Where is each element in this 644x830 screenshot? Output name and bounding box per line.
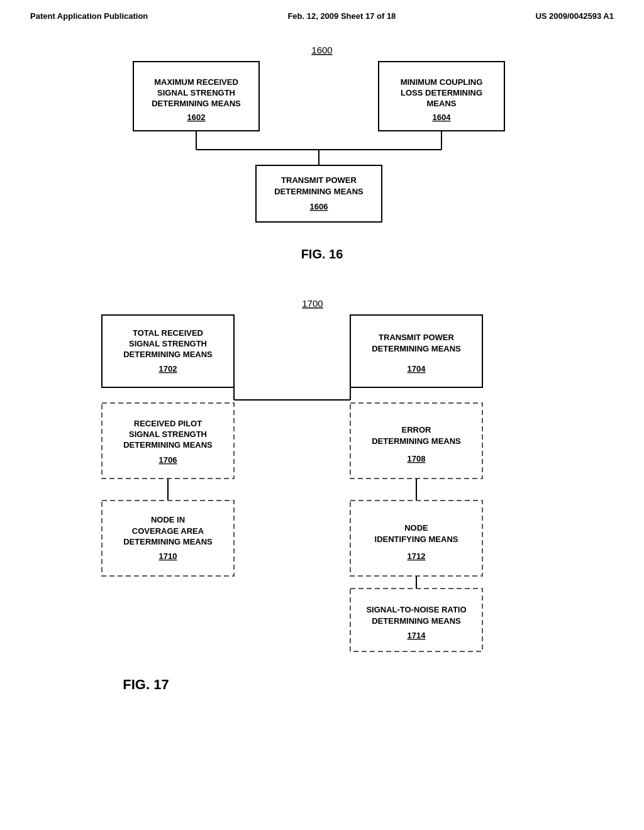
svg-text:DETERMINING MEANS: DETERMINING MEANS (123, 350, 213, 359)
fig16-container: 1600 MAXIMUM RECEIVED SIGNAL STRENGTH DE… (38, 40, 606, 262)
svg-text:IDENTIFYING MEANS: IDENTIFYING MEANS (375, 534, 458, 544)
header-right: US 2009/0042593 A1 (535, 11, 614, 21)
fig17-top-label: 1700 (302, 298, 323, 309)
fig16-top-label: 1600 (311, 45, 332, 55)
fig17-caption-label: FIG. 17 (123, 677, 169, 692)
fig17-container: 1700 TOTAL RECEIVED SIGNAL STRENGTH DETE… (38, 293, 606, 721)
svg-text:1604: 1604 (433, 113, 452, 122)
svg-text:1702: 1702 (159, 364, 177, 374)
svg-text:DETERMINING MEANS: DETERMINING MEANS (372, 616, 461, 626)
svg-text:TRANSMIT POWER: TRANSMIT POWER (379, 333, 454, 342)
svg-text:1606: 1606 (310, 202, 328, 211)
svg-text:DETERMINING MEANS: DETERMINING MEANS (372, 436, 461, 446)
svg-text:ERROR: ERROR (402, 425, 432, 434)
svg-text:1706: 1706 (159, 455, 177, 465)
svg-text:1708: 1708 (408, 454, 426, 463)
svg-text:1602: 1602 (187, 113, 206, 122)
header-middle: Feb. 12, 2009 Sheet 17 of 18 (287, 11, 396, 21)
svg-text:SIGNAL STRENGTH: SIGNAL STRENGTH (157, 88, 235, 97)
svg-text:DETERMINING MEANS: DETERMINING MEANS (152, 99, 241, 108)
svg-text:NODE IN: NODE IN (151, 515, 185, 524)
svg-text:COVERAGE AREA: COVERAGE AREA (132, 526, 204, 536)
svg-text:MINIMUM COUPLING: MINIMUM COUPLING (401, 77, 483, 87)
svg-text:MEANS: MEANS (427, 99, 457, 108)
svg-text:1710: 1710 (159, 551, 177, 561)
svg-text:NODE: NODE (404, 523, 428, 533)
page-header: Patent Application Publication Feb. 12, … (0, 0, 644, 27)
svg-text:1714: 1714 (408, 631, 426, 640)
svg-text:DETERMINING MEANS: DETERMINING MEANS (274, 187, 364, 196)
fig16-svg: 1600 MAXIMUM RECEIVED SIGNAL STRENGTH DE… (70, 40, 574, 241)
svg-text:TOTAL RECEIVED: TOTAL RECEIVED (133, 328, 203, 338)
svg-text:DETERMINING MEANS: DETERMINING MEANS (123, 537, 213, 546)
header-left: Patent Application Publication (30, 11, 148, 21)
svg-text:RECEIVED PILOT: RECEIVED PILOT (134, 419, 202, 428)
svg-text:TRANSMIT POWER: TRANSMIT POWER (281, 175, 357, 185)
svg-text:1704: 1704 (408, 364, 426, 374)
fig17-svg: 1700 TOTAL RECEIVED SIGNAL STRENGTH DETE… (64, 293, 580, 721)
svg-text:LOSS DETERMINING: LOSS DETERMINING (401, 88, 482, 97)
diagrams-container: 1600 MAXIMUM RECEIVED SIGNAL STRENGTH DE… (0, 27, 644, 733)
svg-text:SIGNAL-TO-NOISE RATIO: SIGNAL-TO-NOISE RATIO (366, 605, 466, 614)
svg-text:SIGNAL STRENGTH: SIGNAL STRENGTH (129, 339, 207, 348)
svg-text:MAXIMUM RECEIVED: MAXIMUM RECEIVED (154, 77, 238, 87)
svg-text:DETERMINING MEANS: DETERMINING MEANS (372, 344, 461, 353)
svg-text:DETERMINING MEANS: DETERMINING MEANS (123, 440, 213, 450)
fig16-caption: FIG. 16 (38, 247, 606, 262)
svg-text:SIGNAL STRENGTH: SIGNAL STRENGTH (129, 429, 207, 439)
svg-text:1712: 1712 (408, 551, 426, 561)
